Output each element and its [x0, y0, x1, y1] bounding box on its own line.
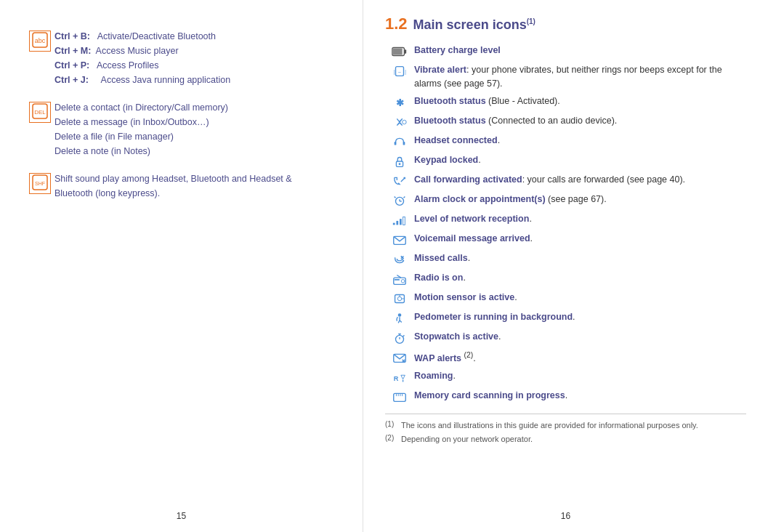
- svg-point-37: [398, 313, 402, 317]
- signal-text: Level of network reception.: [414, 212, 746, 226]
- alarm-icon: [385, 193, 414, 208]
- svg-rect-47: [394, 393, 406, 401]
- svg-rect-32: [395, 279, 400, 281]
- shortcut-group-ctrl: abc Ctrl + B: Activate/Deactivate Blueto…: [29, 29, 341, 87]
- svg-point-14: [403, 120, 407, 124]
- icon-row-radio: Radio is on.: [385, 271, 746, 287]
- ctrl-m-line: Ctrl + M: Access Music player: [54, 44, 341, 58]
- missed-text: Missed calls.: [414, 251, 746, 265]
- and-text: and: [232, 174, 247, 184]
- radio-text: Radio is on.: [414, 271, 746, 285]
- icon-row-missed: Missed calls.: [385, 251, 746, 267]
- memory-text: Memory card scanning in progress.: [414, 389, 746, 403]
- vibrate-icon: ~ | |: [385, 63, 414, 78]
- ctrl-icon: abc: [29, 31, 51, 52]
- fn1-num: (1): [385, 420, 401, 431]
- svg-rect-25: [403, 217, 405, 225]
- battery-icon: [385, 44, 414, 59]
- wap-icon: [385, 350, 414, 365]
- roaming-icon: R: [385, 369, 414, 384]
- delete-contact-line: Delete a contact (in Directory/Call memo…: [54, 100, 341, 115]
- pedometer-text: Pedometer is running in background.: [414, 310, 746, 324]
- vibrate-text: Vibrate alert: your phone vibrates, but …: [414, 63, 746, 91]
- bluetooth-active-icon: ✱: [385, 94, 414, 110]
- fn1-text: The icons and illustrations in this guid…: [401, 420, 698, 431]
- svg-text:✱: ✱: [396, 97, 404, 108]
- svg-point-34: [397, 297, 402, 301]
- ctrl-p-line: Ctrl + P: Access Profiles: [54, 58, 341, 73]
- svg-text:DEL: DEL: [34, 109, 46, 116]
- lock-icon: [385, 153, 414, 169]
- voicemail-text: Voicemail message arrived.: [414, 232, 746, 246]
- icon-row-call-forward: Call forwarding activated: your calls ar…: [385, 173, 746, 189]
- bluetooth-connected-text: Bluetooth status (Connected to an audio …: [414, 114, 746, 128]
- right-page-number: 16: [561, 511, 570, 521]
- wap-text: WAP alerts (2).: [414, 350, 746, 366]
- radio-icon: [385, 271, 414, 286]
- svg-rect-23: [396, 220, 398, 225]
- left-page: abc Ctrl + B: Activate/Deactivate Blueto…: [0, 0, 363, 532]
- icon-row-alarm: Alarm clock or appointment(s) (see page …: [385, 193, 746, 209]
- alarm-text: Alarm clock or appointment(s) (see page …: [414, 193, 746, 206]
- delete-file-line: Delete a file (in File manager): [54, 129, 341, 144]
- ctrl-b-line: Ctrl + B: Activate/Deactivate Bluetooth: [54, 29, 341, 44]
- svg-rect-15: [395, 142, 397, 145]
- icon-row-battery: Battery charge level: [385, 44, 746, 60]
- pedometer-icon: [385, 310, 414, 326]
- section-number: 1.2: [385, 15, 408, 33]
- delete-note-line: Delete a note (in Notes): [54, 144, 341, 158]
- svg-rect-8: [393, 48, 403, 55]
- right-page: 1.2 Main screen icons(1) Battery charge …: [363, 0, 768, 532]
- svg-text:~: ~: [398, 69, 401, 76]
- svg-point-18: [399, 163, 401, 165]
- section-name: Main screen icons(1): [413, 17, 535, 33]
- call-forward-icon: [385, 173, 414, 188]
- icon-row-bluetooth-active: ✱ Bluetooth status (Blue - Activated).: [385, 94, 746, 110]
- svg-rect-7: [404, 49, 406, 54]
- fn2-num: (2): [385, 434, 401, 445]
- svg-point-38: [396, 335, 404, 343]
- delete-message-line: Delete a message (in Inbox/Outbox…): [54, 115, 341, 129]
- icon-row-roaming: R Roaming.: [385, 369, 746, 385]
- svg-text:abc: abc: [35, 37, 46, 44]
- icon-row-pedometer: Pedometer is running in background.: [385, 310, 746, 326]
- roaming-text: Roaming.: [414, 369, 746, 383]
- svg-text:|: |: [405, 69, 406, 75]
- call-forward-text: Call forwarding activated: your calls ar…: [414, 173, 746, 187]
- motion-icon: [385, 291, 414, 306]
- footnote-1: (1) The icons and illustrations in this …: [385, 420, 746, 431]
- ctrl-j-line: Ctrl + J: Access Java running applicatio…: [54, 73, 341, 87]
- headset-icon: [385, 134, 414, 149]
- delete-icon: DEL: [29, 102, 51, 123]
- fn2-text: Depending on your network operator.: [401, 434, 533, 445]
- signal-icon: [385, 212, 414, 227]
- icon-row-bluetooth-connected: Bluetooth status (Connected to an audio …: [385, 114, 746, 130]
- icon-row-headset: Headset connected.: [385, 134, 746, 150]
- footnotes: (1) The icons and illustrations in this …: [385, 414, 746, 446]
- headset-text: Headset connected.: [414, 134, 746, 148]
- icon-row-memory: Memory card scanning in progress.: [385, 389, 746, 405]
- shift-icon: SHF: [29, 173, 51, 194]
- bluetooth-active-text: Bluetooth status (Blue - Activated).: [414, 94, 746, 108]
- svg-text:SHF: SHF: [35, 181, 45, 186]
- motion-text: Motion sensor is active.: [414, 291, 746, 305]
- svg-text:R: R: [394, 374, 399, 382]
- shortcut-group-delete: DEL Delete a contact (in Directory/Call …: [29, 100, 341, 158]
- section-title: 1.2 Main screen icons(1): [385, 15, 746, 33]
- icon-row-signal: Level of network reception.: [385, 212, 746, 228]
- left-page-number: 15: [177, 511, 186, 521]
- icon-row-motion: Motion sensor is active.: [385, 291, 746, 307]
- bluetooth-connected-icon: [385, 114, 414, 129]
- battery-text: Battery charge level: [414, 44, 746, 57]
- page-container: abc Ctrl + B: Activate/Deactivate Blueto…: [0, 0, 768, 532]
- icon-row-wap: WAP alerts (2).: [385, 350, 746, 366]
- voicemail-icon: [385, 232, 414, 247]
- shift-sound-line: Shift sound play among Headset, Bluetoot…: [54, 172, 341, 201]
- shortcut-group-shift: SHF Shift sound play among Headset, Blue…: [29, 172, 341, 201]
- icon-row-stopwatch: Stopwatch is active.: [385, 330, 746, 346]
- svg-text:|: |: [394, 69, 395, 75]
- footnote-2: (2) Depending on your network operator.: [385, 434, 746, 445]
- svg-point-30: [401, 279, 405, 283]
- svg-rect-22: [393, 222, 395, 225]
- memory-icon: [385, 389, 414, 404]
